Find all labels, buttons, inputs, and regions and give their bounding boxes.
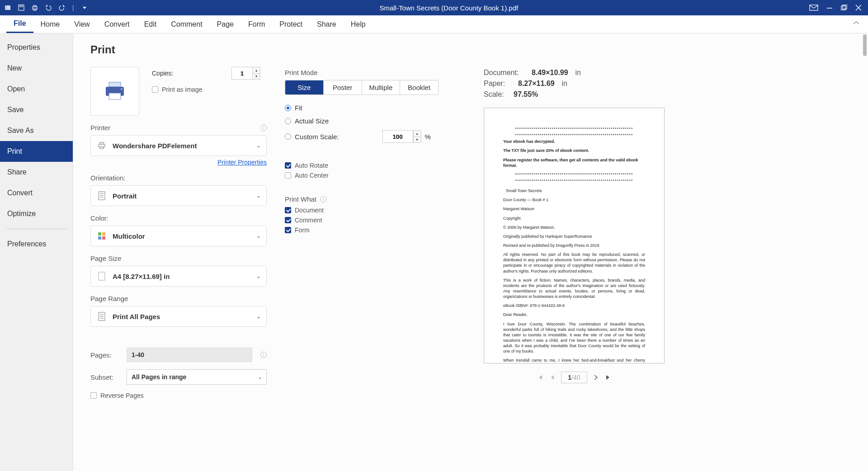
save-icon[interactable]: [17, 4, 25, 12]
color-select[interactable]: Multicolor ⌄: [90, 226, 267, 246]
printer-select[interactable]: Wondershare PDFelement ⌄: [90, 135, 267, 156]
svg-rect-18: [100, 142, 104, 144]
pages-input[interactable]: 1-40: [127, 348, 252, 362]
sidebar-item-save-as[interactable]: Save As: [0, 120, 73, 141]
actual-size-radio[interactable]: [285, 118, 291, 124]
mode-size[interactable]: Size: [285, 80, 324, 94]
copies-spinner[interactable]: ▲ ▼: [231, 67, 260, 80]
chevron-down-icon: ⌄: [256, 273, 261, 279]
menu-share[interactable]: Share: [310, 15, 344, 33]
redo-icon[interactable]: [58, 4, 66, 12]
print-document-checkbox[interactable]: [285, 207, 291, 213]
menu-convert[interactable]: Convert: [97, 15, 137, 33]
titlebar: | Small-Town Secrets (Door County Book 1…: [0, 0, 868, 15]
page-range-select[interactable]: Print All Pages ⌄: [90, 306, 267, 327]
maximize-icon[interactable]: [841, 5, 847, 11]
menu-view[interactable]: View: [67, 15, 97, 33]
menubar: File Home View Convert Edit Comment Page…: [0, 15, 868, 33]
scale-up-icon[interactable]: ▲: [413, 130, 421, 137]
copies-label: Copies:: [152, 70, 173, 77]
first-page-icon[interactable]: [536, 373, 544, 382]
close-icon[interactable]: [855, 5, 862, 11]
minimize-icon[interactable]: [826, 5, 833, 11]
preview-divider: ****************************************…: [503, 132, 645, 138]
orientation-value: Portrait: [113, 192, 137, 200]
sidebar-item-new[interactable]: New: [0, 58, 73, 79]
menu-comment[interactable]: Comment: [164, 15, 209, 33]
document-size-value: 8.49×10.99: [532, 69, 568, 77]
preview-divider: ****************************************…: [503, 126, 645, 132]
print-as-image-checkbox[interactable]: [152, 86, 158, 93]
mail-icon[interactable]: [809, 4, 818, 11]
menu-protect[interactable]: Protect: [272, 15, 310, 33]
sidebar-item-preferences[interactable]: Preferences: [0, 234, 73, 254]
svg-rect-27: [102, 236, 105, 240]
preview-text: The TXT file just save 20% of ebook cont…: [503, 148, 645, 153]
sidebar-item-print[interactable]: Print: [0, 141, 73, 162]
printer-info-icon[interactable]: i: [260, 125, 267, 131]
subset-select[interactable]: All Pages in range⌄: [127, 369, 267, 385]
page-title: Print: [90, 43, 267, 56]
dropdown-icon[interactable]: [80, 4, 89, 12]
print-comment-checkbox[interactable]: [285, 217, 291, 223]
mode-multiple[interactable]: Multiple: [362, 80, 401, 94]
sidebar-item-open[interactable]: Open: [0, 79, 73, 99]
page-indicator[interactable]: 1/40: [561, 372, 587, 383]
menu-file[interactable]: File: [6, 15, 33, 33]
printer-small-icon: [96, 140, 107, 151]
mode-poster[interactable]: Poster: [324, 80, 362, 94]
scrollbar[interactable]: [863, 33, 867, 471]
document-size-unit: in: [576, 69, 581, 77]
pages-info-icon[interactable]: i: [260, 352, 267, 358]
printer-properties-link[interactable]: Printer Properties: [90, 159, 267, 166]
menu-form[interactable]: Form: [241, 15, 272, 33]
print-form-checkbox[interactable]: [285, 227, 291, 233]
chevron-down-icon: ⌄: [256, 233, 261, 239]
scrollbar-thumb[interactable]: [863, 34, 867, 56]
scale-down-icon[interactable]: ▼: [413, 137, 421, 143]
subset-label: Subset:: [90, 373, 118, 381]
menu-edit[interactable]: Edit: [137, 15, 164, 33]
next-page-icon[interactable]: [592, 373, 600, 382]
page-size-select[interactable]: A4 [8.27×11.69] in ⌄: [90, 266, 267, 287]
print-icon[interactable]: [31, 4, 39, 12]
sidebar-item-share[interactable]: Share: [0, 162, 73, 183]
copies-up-icon[interactable]: ▲: [252, 67, 260, 73]
svg-rect-13: [109, 82, 121, 87]
mode-booklet[interactable]: Booklet: [400, 80, 438, 94]
svg-rect-6: [33, 9, 36, 10]
sidebar-item-optimize[interactable]: Optimize: [0, 203, 73, 224]
fit-radio[interactable]: [285, 105, 291, 111]
printer-large-icon: [90, 67, 139, 116]
preview-text: All rights reserved. No part of this boo…: [503, 252, 645, 274]
menu-home[interactable]: Home: [33, 15, 67, 33]
svg-rect-15: [109, 93, 121, 99]
custom-scale-spinner[interactable]: ▲▼: [382, 130, 421, 143]
preview-text: I love Door County, Wisconsin. The combi…: [503, 321, 645, 354]
copies-down-icon[interactable]: ▼: [252, 73, 260, 80]
print-mode-label: Print Mode: [285, 69, 318, 76]
print-what-info-icon[interactable]: i: [320, 196, 326, 203]
svg-rect-4: [33, 7, 37, 9]
custom-scale-input[interactable]: [382, 130, 413, 143]
print-settings-column: Print Copies: ▲ ▼: [90, 43, 267, 461]
undo-icon[interactable]: [44, 4, 52, 12]
multicolor-icon: [96, 231, 107, 241]
last-page-icon[interactable]: [604, 373, 613, 382]
copies-input[interactable]: [231, 67, 252, 80]
prev-page-icon[interactable]: [548, 373, 557, 382]
collapse-ribbon-icon[interactable]: [853, 21, 860, 25]
preview-text: Copyright: [503, 216, 645, 221]
paper-size-label: Paper:: [484, 80, 511, 88]
menu-page[interactable]: Page: [210, 15, 241, 33]
auto-rotate-checkbox[interactable]: [285, 162, 291, 169]
menu-help[interactable]: Help: [344, 15, 373, 33]
sidebar-item-save[interactable]: Save: [0, 99, 73, 120]
chevron-down-icon: ⌄: [256, 313, 261, 320]
sidebar-item-properties[interactable]: Properties: [0, 37, 73, 58]
reverse-pages-checkbox[interactable]: [90, 392, 97, 399]
sidebar-item-convert[interactable]: Convert: [0, 183, 73, 203]
auto-center-checkbox[interactable]: [285, 172, 291, 179]
orientation-select[interactable]: Portrait ⌄: [90, 185, 267, 206]
custom-scale-radio[interactable]: [285, 133, 291, 140]
